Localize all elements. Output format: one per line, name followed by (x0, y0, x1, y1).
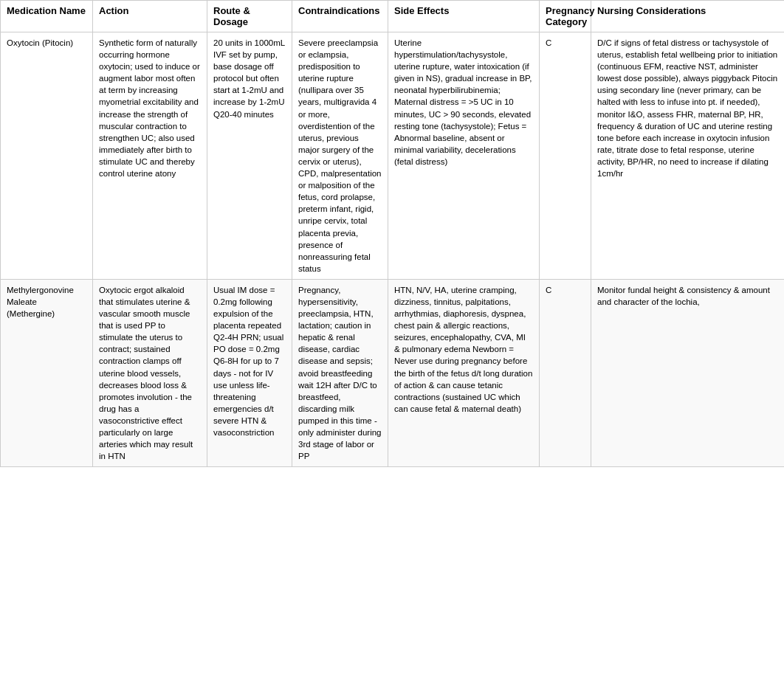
header-contraindications: Contraindications (292, 1, 388, 32)
header-action: Action (93, 1, 207, 32)
header-route-dosage: Route & Dosage (207, 1, 292, 32)
table-row: Oxytocin (Pitocin) Synthetic form of nat… (1, 32, 785, 280)
medication-name-1: Oxytocin (Pitocin) (1, 32, 93, 280)
action-2: Oxytocic ergot alkaloid that stimulates … (93, 279, 207, 466)
nursing-1: D/C if signs of fetal distress or tachys… (591, 32, 785, 280)
table-row: Methylergonovine Maleate (Methergine) Ox… (1, 279, 785, 466)
pregnancy-category-2: C (540, 279, 591, 466)
contraindications-2: Pregnancy, hypersensitivity, preeclampsi… (292, 279, 388, 466)
dosage-2: Usual IM dose = 0.2mg following expulsio… (207, 279, 292, 466)
pregnancy-category-1: C (540, 32, 591, 280)
contraindications-1: Severe preeclampsia or eclampsia, predis… (292, 32, 388, 280)
side-effects-2: HTN, N/V, HA, uterine cramping, dizzines… (388, 279, 540, 466)
header-medication-name: Medication Name (1, 1, 93, 32)
nursing-2: Monitor fundal height & consistency & am… (591, 279, 785, 466)
header-side-effects: Side Effects (388, 1, 540, 32)
header-nursing-considerations: Nursing Considerations (591, 1, 785, 32)
header-pregnancy-category: Pregnancy Category (540, 1, 591, 32)
dosage-1: 20 units in 1000mL IVF set by pump, base… (207, 32, 292, 280)
action-1: Synthetic form of naturally occurring ho… (93, 32, 207, 280)
medication-name-2: Methylergonovine Maleate (Methergine) (1, 279, 93, 466)
side-effects-1: Uterine hyperstimulation/tachysystole, u… (388, 32, 540, 280)
